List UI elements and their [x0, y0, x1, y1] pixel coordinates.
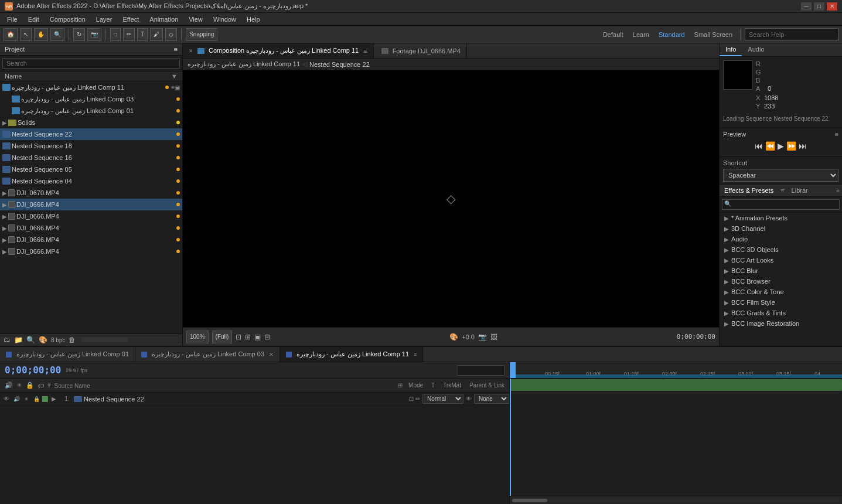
layer-trkmat-select-1[interactable]: None — [474, 394, 509, 404]
rotate-tool[interactable]: ↻ — [73, 28, 85, 41]
breadcrumb-item-2[interactable]: Nested Sequence 22 — [309, 61, 370, 68]
preview-first-button[interactable]: ⏮ — [755, 141, 763, 151]
project-item-12[interactable]: ▶ DJI_0666.MP4 — [0, 210, 182, 222]
preview-next-button[interactable]: ⏩ — [786, 141, 796, 151]
comp-tab-2[interactable]: Footage DJI_0666.MP4 — [374, 43, 467, 58]
layer-name-1[interactable]: Nested Sequence 22 — [84, 396, 407, 403]
menu-help[interactable]: Help — [242, 15, 265, 24]
timeline-search-input[interactable] — [458, 365, 504, 376]
effects-category-bccblur[interactable]: ▶ BCC Blur — [720, 265, 842, 276]
effects-category-3dchannel[interactable]: ▶ 3D Channel — [720, 223, 842, 234]
menu-window[interactable]: Window — [209, 15, 241, 24]
workspace-standard[interactable]: Standard — [655, 31, 688, 38]
track-clip-1[interactable] — [510, 379, 842, 391]
layer-mode-select-1[interactable]: Normal — [422, 394, 463, 404]
project-item-14[interactable]: ▶ DJI_0666.MP4 — [0, 234, 182, 246]
tl-lock-btn[interactable]: 🔒 — [26, 382, 34, 389]
comp-snapshot[interactable]: 📷 — [478, 333, 487, 341]
close-button[interactable]: ✕ — [827, 2, 837, 11]
tab-audio[interactable]: Audio — [742, 43, 770, 56]
pen-tool[interactable]: ✏ — [123, 28, 135, 41]
project-color[interactable]: 🎨 — [39, 336, 47, 344]
comp-tab-close-1[interactable]: ✕ — [189, 48, 193, 54]
project-item-7[interactable]: Nested Sequence 16 — [0, 152, 182, 164]
project-search-input[interactable] — [2, 58, 180, 69]
effects-category-bccfilm[interactable]: ▶ BCC Film Style — [720, 297, 842, 308]
zoom-select[interactable]: 100% — [186, 331, 209, 343]
eraser-tool[interactable]: ◇ — [165, 28, 177, 41]
project-item-1[interactable]: زمین عباس - رودبارچیره Linked Comp 11 ≡▣ — [0, 81, 182, 93]
effects-category-animation[interactable]: ▶ * Animation Presets — [720, 213, 842, 223]
effects-tab-presets[interactable]: Effects & Presets — [720, 185, 778, 196]
layer-lock-1[interactable]: 🔒 — [32, 395, 40, 403]
menu-file[interactable]: File — [2, 15, 22, 24]
tl-mute-btn[interactable]: 🔊 — [5, 382, 13, 389]
menu-layer[interactable]: Layer — [91, 15, 117, 24]
menu-animation[interactable]: Animation — [145, 15, 183, 24]
comp-view-icon[interactable]: ⊞ — [245, 333, 251, 341]
project-item-3[interactable]: زمین عباس - رودبارچیره Linked Comp 01 — [0, 105, 182, 117]
preview-prev-button[interactable]: ⏪ — [765, 141, 775, 151]
menu-composition[interactable]: Composition — [45, 15, 90, 24]
paint-tool[interactable]: 🖌 — [150, 28, 163, 41]
timeline-playhead-marker[interactable] — [510, 362, 516, 378]
comp-fit-icon[interactable]: ⊡ — [236, 333, 241, 341]
hand-tool[interactable]: ✋ — [34, 28, 48, 41]
project-delete[interactable]: 🗑 — [69, 336, 76, 344]
layer-solo-1[interactable]: ☀ — [22, 395, 30, 403]
effects-category-bccart[interactable]: ▶ BCC Art Looks — [720, 255, 842, 265]
effects-category-bcc3d[interactable]: ▶ BCC 3D Objects — [720, 244, 842, 255]
project-folder[interactable]: 📁 — [14, 336, 23, 344]
tl-label-btn[interactable]: 🏷 — [38, 382, 44, 389]
shortcut-select[interactable]: Spacebar — [723, 169, 838, 182]
project-menu-icon[interactable]: ≡ — [174, 46, 178, 53]
preview-last-button[interactable]: ⏭ — [799, 141, 807, 151]
project-item-11[interactable]: ▶ DJI_0666.MP4 — [0, 199, 182, 210]
timeline-ruler[interactable]: 0f 00:15f 01:00f 01:15f 02:00f 02:15f 03… — [510, 362, 842, 379]
project-item-13[interactable]: ▶ DJI_0666.MP4 — [0, 222, 182, 234]
comp-tab-1[interactable]: ✕ Composition زمین عباس - رودبارچیره Lin… — [183, 43, 374, 58]
workspace-learn[interactable]: Learn — [629, 31, 653, 38]
home-button[interactable]: 🏠 — [4, 28, 18, 41]
project-item-6[interactable]: Nested Sequence 18 — [0, 140, 182, 152]
camera-tool[interactable]: 📷 — [87, 28, 101, 41]
timeline-scroll-thumb[interactable] — [512, 499, 547, 502]
effects-category-bccgrads[interactable]: ▶ BCC Grads & Tints — [720, 308, 842, 318]
composition-canvas[interactable]: ◇ — [183, 70, 719, 327]
zoom-tool[interactable]: 🔍 — [50, 28, 64, 41]
comp-region-icon[interactable]: ▣ — [254, 333, 261, 341]
menu-view[interactable]: View — [184, 15, 207, 24]
effects-tab-menu[interactable]: ≡ — [778, 185, 786, 196]
text-tool[interactable]: T — [137, 28, 148, 41]
project-item-4[interactable]: ▶ Solids — [0, 117, 182, 128]
menu-effect[interactable]: Effect — [118, 15, 144, 24]
tl-switches[interactable]: ⊞ — [398, 382, 403, 389]
snapping-button[interactable]: Snapping — [186, 28, 217, 41]
project-item-8[interactable]: Nested Sequence 05 — [0, 164, 182, 175]
preview-menu[interactable]: ≡ — [835, 131, 838, 138]
project-search-btn[interactable]: 🔍 — [26, 336, 35, 344]
layer-eye-1[interactable]: 👁 — [2, 395, 11, 403]
breadcrumb-item-1[interactable]: زمین عباس - رودبارچیره Linked Comp 11 — [188, 60, 300, 68]
timeline-tab-close-2[interactable]: ✕ — [269, 352, 274, 357]
workspace-smallscreen[interactable]: Small Screen — [691, 31, 736, 38]
comp-color-icon[interactable]: 🎨 — [449, 333, 458, 341]
playhead[interactable] — [510, 379, 511, 496]
comp-show-snapshot[interactable]: 🖼 — [490, 333, 497, 341]
menu-edit[interactable]: Edit — [23, 15, 44, 24]
timeline-tab-3[interactable]: زمین عباس - رودبارچیره Linked Comp 11 ≡ — [280, 347, 423, 362]
tl-solo-btn[interactable]: ☀ — [16, 382, 22, 389]
layer-switches-1[interactable]: ⊡ ✏ — [409, 396, 420, 402]
search-help-input[interactable] — [745, 28, 838, 41]
project-item-10[interactable]: ▶ DJI_0670.MP4 — [0, 187, 182, 199]
preview-play-button[interactable]: ▶ — [778, 141, 784, 151]
project-col-sort[interactable]: ▼ — [171, 73, 178, 80]
tab-info[interactable]: Info — [720, 43, 742, 56]
timeline-tab-1[interactable]: زمین عباس - رودبارچیره Linked Comp 01 — [0, 347, 135, 362]
project-item-9[interactable]: Nested Sequence 04 — [0, 175, 182, 187]
effects-tab-libraries[interactable]: Librar — [787, 185, 813, 196]
layer-audio-1[interactable]: 🔊 — [12, 395, 21, 403]
rect-tool[interactable]: □ — [110, 28, 121, 41]
layer-expand-1[interactable]: ▶ — [50, 395, 58, 403]
project-item-2[interactable]: زمین عباس - رودبارچیره Linked Comp 03 — [0, 93, 182, 105]
